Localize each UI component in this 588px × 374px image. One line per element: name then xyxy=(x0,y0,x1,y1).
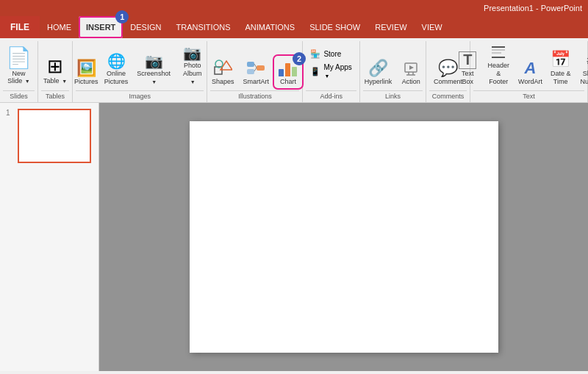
ribbon-group-links: 🔗 Hyperlink Action Links xyxy=(360,41,426,102)
wordart-icon: A xyxy=(521,60,539,77)
slides-group-label: Slides xyxy=(3,90,35,102)
slide-canvas[interactable] xyxy=(190,121,498,353)
date-time-icon: 📅 xyxy=(551,50,570,69)
tab-design[interactable]: DESIGN xyxy=(123,16,168,38)
tables-group-label: Tables xyxy=(41,90,69,102)
slide-panel: 1 xyxy=(0,103,99,371)
smartart-label: SmartArt xyxy=(243,78,269,86)
svg-rect-3 xyxy=(247,62,254,67)
tab-view[interactable]: VIEW xyxy=(415,16,450,38)
header-footer-label: Header& Footer xyxy=(487,62,510,85)
main-area: 1 xyxy=(0,103,588,371)
store-button[interactable]: 🏪 Store xyxy=(306,48,345,60)
addins-group-label: Add-ins xyxy=(306,90,356,102)
online-pictures-button[interactable]: 🌐 OnlinePictures xyxy=(103,51,130,88)
my-apps-button[interactable]: 📱 My Apps ▼ xyxy=(306,62,356,81)
chart-label: Chart xyxy=(280,78,296,86)
action-icon xyxy=(402,60,420,78)
tab-insert[interactable]: INSERT 1 xyxy=(79,16,123,38)
tab-review[interactable]: REVIEW xyxy=(368,16,414,38)
table-button[interactable]: ⊞ Table ▼ xyxy=(39,54,71,87)
header-footer-icon xyxy=(490,43,507,61)
screenshot-label: Screenshot ▼ xyxy=(135,70,171,86)
text-box-button[interactable]: T TextBox xyxy=(454,49,481,88)
smartart-button[interactable]: SmartArt xyxy=(240,57,272,88)
screenshot-icon: 📷 xyxy=(145,54,163,68)
tab-home[interactable]: HOME xyxy=(40,16,79,38)
tab-slideshow[interactable]: SLIDE SHOW xyxy=(302,16,368,38)
slide-number-icon: # xyxy=(581,51,588,69)
title-bar: Presentation1 - PowerPoint xyxy=(0,0,588,16)
chart-button[interactable]: Chart 2 xyxy=(275,57,301,88)
pictures-label: Pictures xyxy=(74,78,98,86)
text-group-label: Text xyxy=(473,90,584,102)
ribbon-group-tables: ⊞ Table ▼ Tables xyxy=(38,41,73,102)
text-box-label: TextBox xyxy=(462,70,474,86)
store-label: Store xyxy=(323,50,341,58)
hyperlink-button[interactable]: 🔗 Hyperlink xyxy=(362,57,395,88)
shapes-label: Shapes xyxy=(212,78,234,86)
smartart-icon xyxy=(245,59,266,76)
header-footer-button[interactable]: Header& Footer xyxy=(484,41,513,87)
photo-album-button[interactable]: 📷 PhotoAlbum ▼ xyxy=(178,43,207,87)
wordart-label: WordArt xyxy=(518,78,542,86)
ribbon: 📄 NewSlide ▼ Slides ⊞ Table ▼ Tables 🖼️ … xyxy=(0,38,588,103)
title-text: Presentation1 - PowerPoint xyxy=(484,4,582,12)
slide-number-button[interactable]: # SlideNum... xyxy=(577,49,588,88)
hyperlink-label: Hyperlink xyxy=(365,78,392,86)
new-slide-button[interactable]: 📄 NewSlide ▼ xyxy=(2,45,35,87)
photo-album-label: PhotoAlbum ▼ xyxy=(181,62,204,85)
svg-line-7 xyxy=(254,68,257,71)
ribbon-group-images: 🖼️ Pictures 🌐 OnlinePictures 📷 Screensho… xyxy=(73,41,207,102)
svg-line-6 xyxy=(254,64,257,68)
text-box-icon: T xyxy=(459,51,476,69)
date-time-button[interactable]: 📅 Date &Time xyxy=(548,48,574,88)
new-slide-icon: 📄 xyxy=(6,48,32,68)
ribbon-group-illustrations: Shapes SmartArt xyxy=(207,41,303,102)
chart-badge: 2 xyxy=(293,52,306,65)
new-slide-label: NewSlide ▼ xyxy=(7,70,29,84)
comments-group-label: Comments xyxy=(429,90,467,102)
photo-album-icon: 📷 xyxy=(183,46,201,60)
action-button[interactable]: Action xyxy=(398,58,424,88)
shapes-button[interactable]: Shapes xyxy=(209,57,237,88)
screenshot-button[interactable]: 📷 Screenshot ▼ xyxy=(132,51,174,88)
ribbon-group-addins: 🏪 Store 📱 My Apps ▼ Add-ins xyxy=(303,41,360,102)
links-group-label: Links xyxy=(363,90,423,102)
canvas-area xyxy=(99,103,588,371)
tab-animations[interactable]: ANIMATIONS xyxy=(237,16,302,38)
table-label: Table ▼ xyxy=(43,77,67,84)
table-icon: ⊞ xyxy=(47,57,63,76)
action-label: Action xyxy=(402,78,420,86)
hyperlink-icon: 🔗 xyxy=(368,59,388,78)
images-group-label: Images xyxy=(76,90,204,102)
ribbon-group-slides: 📄 NewSlide ▼ Slides xyxy=(0,41,38,102)
my-apps-label: My Apps ▼ xyxy=(323,63,352,79)
svg-rect-5 xyxy=(257,65,265,71)
slide-number-label: SlideNum... xyxy=(580,70,588,86)
slide-number: 1 xyxy=(6,109,15,117)
slide-thumbnail[interactable] xyxy=(18,109,91,163)
tab-file[interactable]: FILE xyxy=(0,16,40,38)
illustrations-group-label: Illustrations xyxy=(210,90,299,102)
pictures-icon: 🖼️ xyxy=(76,60,96,76)
date-time-label: Date &Time xyxy=(551,70,571,86)
tab-transitions[interactable]: TRANSITIONS xyxy=(169,16,238,38)
svg-marker-12 xyxy=(409,65,414,70)
my-apps-icon: 📱 xyxy=(310,67,320,76)
shapes-icon xyxy=(212,59,233,76)
pictures-button[interactable]: 🖼️ Pictures xyxy=(73,58,100,88)
online-pictures-label: OnlinePictures xyxy=(104,70,129,86)
online-pictures-icon: 🌐 xyxy=(107,54,126,68)
slide-thumb-container: 1 xyxy=(6,109,93,163)
wordart-button[interactable]: A WordArt xyxy=(516,57,544,88)
ribbon-group-text: T TextBox Header& Footer A WordArt xyxy=(470,41,588,102)
svg-rect-4 xyxy=(247,69,254,74)
store-icon: 🏪 xyxy=(310,49,320,59)
menu-bar: FILE HOME INSERT 1 DESIGN TRANSITIONS AN… xyxy=(0,16,588,38)
